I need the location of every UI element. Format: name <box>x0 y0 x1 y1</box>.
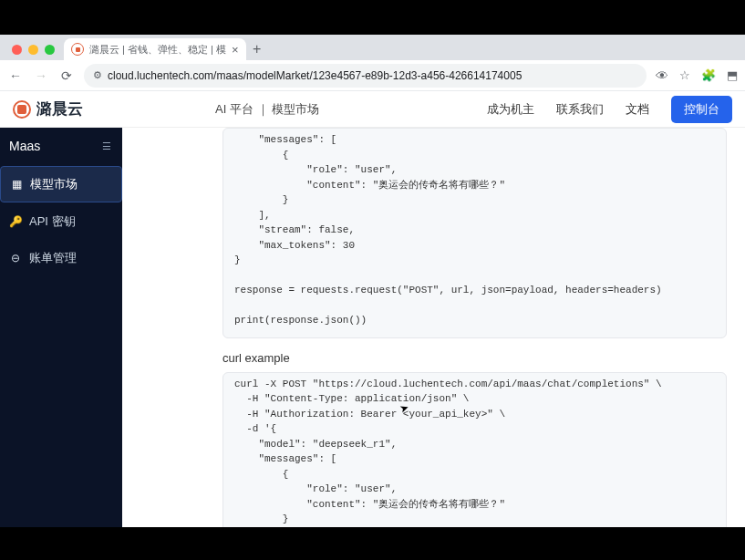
window-controls <box>9 45 64 60</box>
page: 潞晨云 AI 平台 ｜ 模型市场 成为机主 联系我们 文档 控制台 Maas ☰… <box>0 91 745 527</box>
collapse-icon[interactable]: ☰ <box>102 140 111 152</box>
url-field[interactable]: ⚙ cloud.luchentech.com/maas/modelMarket/… <box>84 64 647 88</box>
back-icon[interactable]: ← <box>7 68 24 83</box>
bill-icon: ⊖ <box>9 252 22 264</box>
tab-bar: 潞晨云 | 省钱、弹性、稳定 | 模 × + <box>0 35 745 60</box>
star-icon[interactable]: ☆ <box>679 68 690 82</box>
python-code-block[interactable]: "messages": [ { "role": "user", "content… <box>222 128 727 338</box>
install-icon[interactable]: ⬒ <box>727 68 738 82</box>
reload-icon[interactable]: ⟳ <box>58 68 75 83</box>
minimize-window-icon[interactable] <box>28 45 38 55</box>
key-icon: 🔑 <box>9 215 22 228</box>
console-button[interactable]: 控制台 <box>671 96 732 123</box>
sidebar-item-billing[interactable]: ⊖ 账单管理 <box>0 241 122 275</box>
content-area: "messages": [ { "role": "user", "content… <box>122 91 745 527</box>
maximize-window-icon[interactable] <box>45 45 55 55</box>
site-settings-icon[interactable]: ⚙ <box>93 69 102 81</box>
sidebar-item-api-key[interactable]: 🔑 API 密钥 <box>0 204 122 239</box>
nav-link-contact[interactable]: 联系我们 <box>556 101 604 118</box>
new-tab-button[interactable]: + <box>246 38 268 60</box>
sidebar-title: Maas <box>9 139 40 153</box>
tab-favicon-icon <box>71 43 84 56</box>
sidebar-item-label: API 密钥 <box>29 213 76 230</box>
tab-close-icon[interactable]: × <box>232 43 239 57</box>
forward-icon[interactable]: → <box>33 68 49 83</box>
nav-links: 成为机主 联系我们 文档 控制台 <box>487 96 732 123</box>
logo[interactable]: 潞晨云 <box>13 99 83 119</box>
sidebar-header: Maas ☰ <box>0 133 122 164</box>
sidebar-item-label: 模型市场 <box>30 176 78 192</box>
content-inner: "messages": [ { "role": "user", "content… <box>122 128 745 527</box>
close-window-icon[interactable] <box>12 45 22 55</box>
sidebar: Maas ☰ ▦ 模型市场 🔑 API 密钥 ⊖ 账单管理 <box>0 91 122 527</box>
logo-icon <box>13 100 31 119</box>
curl-example-label: curl example <box>222 351 727 365</box>
url-text: cloud.luchentech.com/maas/modelMarket/12… <box>108 69 522 82</box>
logo-text: 潞晨云 <box>36 99 83 119</box>
extensions-icon[interactable]: 🧩 <box>701 68 716 82</box>
nav-link-host[interactable]: 成为机主 <box>487 101 534 118</box>
browser-window: 潞晨云 | 省钱、弹性、稳定 | 模 × + ← → ⟳ ⚙ cloud.luc… <box>0 35 745 527</box>
curl-code-block[interactable]: curl -X POST "https://cloud.luchentech.c… <box>222 372 727 528</box>
breadcrumb: AI 平台 ｜ 模型市场 <box>215 101 319 118</box>
sidebar-item-label: 账单管理 <box>29 250 77 266</box>
address-bar-actions: 👁 ☆ 🧩 ⬒ <box>656 68 738 83</box>
eye-off-icon[interactable]: 👁 <box>656 68 668 83</box>
address-bar: ← → ⟳ ⚙ cloud.luchentech.com/maas/modelM… <box>0 60 745 91</box>
tab-title: 潞晨云 | 省钱、弹性、稳定 | 模 <box>89 43 226 57</box>
grid-icon: ▦ <box>10 178 23 191</box>
top-nav: 潞晨云 AI 平台 ｜ 模型市场 成为机主 联系我们 文档 控制台 <box>0 91 745 128</box>
sidebar-item-model-market[interactable]: ▦ 模型市场 <box>0 166 122 202</box>
nav-link-docs[interactable]: 文档 <box>626 101 649 118</box>
browser-tab[interactable]: 潞晨云 | 省钱、弹性、稳定 | 模 × <box>64 38 246 60</box>
